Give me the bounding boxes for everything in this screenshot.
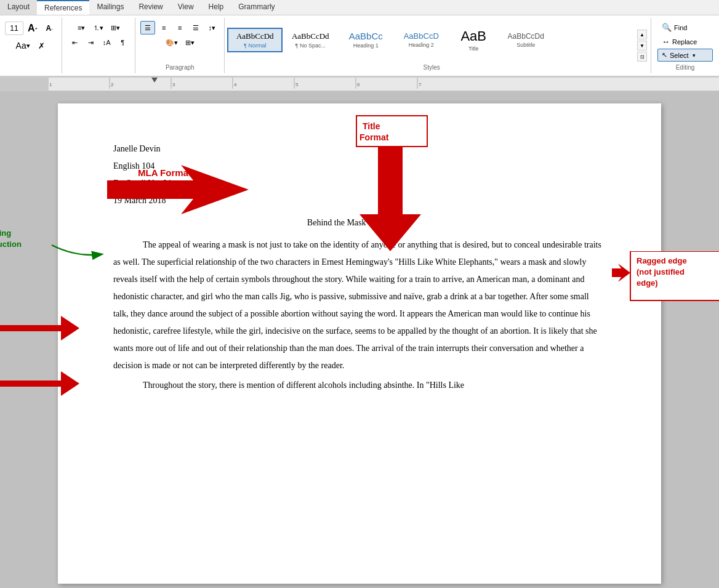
svg-text:Engaging: Engaging [0,228,11,238]
svg-text:6: 6 [357,82,360,87]
sort-btn[interactable]: ↕A [99,36,114,49]
svg-marker-30 [0,371,79,396]
body-paragraph-2[interactable]: Throughout the story, there is mention o… [113,377,606,394]
font-grow-btn[interactable]: A+ [25,21,41,36]
page: Janelle Devin English 104 Dr. Sandi Van … [58,103,661,584]
style-normal[interactable]: AaBbCcDd ¶ Normal [227,28,283,52]
style-title-name: Title [468,46,479,52]
font-group: 11 A+ A- Aa▾ ✗ [0,18,62,73]
indent-decrease-btn[interactable]: ⇤ [67,36,82,49]
svg-text:2: 2 [111,82,114,87]
ribbon: Layout References Mailings Review View H… [0,0,719,78]
borders-btn[interactable]: ⊞▾ [182,36,198,49]
styles-expand[interactable]: ⊡ [637,52,647,62]
author-line: Janelle Devin [113,140,606,158]
style-no-space-name: ¶ No Spac... [295,42,326,49]
svg-text:4: 4 [234,82,237,87]
clear-format-btn[interactable]: ✗ [34,39,49,52]
style-no-space-preview: AaBbCcDd [292,31,329,41]
find-btn[interactable]: 🔍 Find [657,20,713,34]
align-right-btn[interactable]: ≡ [172,21,187,34]
style-subtitle-preview: AaBbCcDd [508,32,544,41]
style-normal-name: ¶ Normal [244,42,266,49]
svg-marker-29 [0,316,79,340]
select-icon: ↖ [662,51,667,59]
svg-text:edge): edge) [637,278,658,288]
tab-review[interactable]: Review [131,0,170,15]
margins-annotation: 1-inch margins [0,313,79,424]
paragraph-label: Paragraph [166,62,195,71]
style-heading1-name: Heading 1 [353,42,379,49]
document-area: Janelle Devin English 104 Dr. Sandi Van … [0,91,719,588]
style-title[interactable]: AaB Title [449,25,498,55]
style-heading2[interactable]: AaBbCcD Heading 2 [393,28,449,51]
course-line: English 104 [113,158,606,175]
indent-increase-btn[interactable]: ⇥ [83,36,98,49]
ribbon-tabs: Layout References Mailings Review View H… [0,0,719,15]
show-marks-btn[interactable]: ¶ [115,36,130,49]
ragged-edge-annotation: Ragged edge (not justified edge) [612,251,719,325]
font-shrink-btn[interactable]: A- [42,22,57,35]
style-heading1[interactable]: AaBbCc Heading 1 [338,28,393,52]
tab-references[interactable]: References [37,0,89,15]
numbered-list-btn[interactable]: ⒈▾ [90,21,106,34]
shading-btn[interactable]: 🎨▾ [163,36,181,49]
body-paragraph-1[interactable]: The appeal of wearing a mask is not just… [113,236,606,374]
replace-btn[interactable]: ↔ Replace [657,34,713,49]
font-case-btn[interactable]: Aa▾ [13,39,33,52]
replace-label: Replace [672,38,697,46]
style-heading1-preview: AaBbCc [349,31,383,41]
svg-text:(not justified: (not justified [637,267,685,276]
ribbon-body: 11 A+ A- Aa▾ ✗ ≡▾ ⒈▾ ⊞▾ ⇤ ⇥ ↕A ¶ [0,15,719,77]
styles-scroll-down[interactable]: ▼ [637,41,647,50]
align-justify-btn[interactable]: ☰ [188,21,203,34]
tab-grammarly[interactable]: Grammarly [231,0,282,15]
line-spacing-btn[interactable]: ↕▾ [204,21,219,34]
style-title-preview: AaB [460,28,486,44]
bullet-list-btn[interactable]: ≡▾ [74,21,89,34]
essay-title: Behind the Mask of Seduction [113,214,606,232]
style-no-space[interactable]: AaBbCcDd ¶ No Spac... [283,28,338,52]
tab-view[interactable]: View [171,0,201,15]
multilevel-list-btn[interactable]: ⊞▾ [108,21,123,34]
style-subtitle-name: Subtitle [516,42,535,48]
find-label: Find [674,24,687,31]
find-icon: 🔍 [662,23,672,32]
style-heading2-preview: AaBbCcD [404,31,439,41]
svg-marker-26 [612,264,630,282]
style-subtitle[interactable]: AaBbCcDd Subtitle [498,29,553,51]
svg-text:Title: Title [363,121,380,131]
professor-line: Dr. Sandi Van Lieu [113,175,606,192]
svg-text:1: 1 [49,82,52,87]
tab-help[interactable]: Help [201,0,231,15]
style-normal-preview: AaBbCcDd [236,31,274,41]
font-size-box[interactable]: 11 [5,22,23,35]
alignment-group: ☰ ≡ ≡ ☰ ↕▾ 🎨▾ ⊞▾ Paragraph [135,18,225,73]
tab-mailings[interactable]: Mailings [89,0,131,15]
svg-text:7: 7 [419,82,422,87]
svg-text:Ragged edge: Ragged edge [637,256,687,265]
editing-group: 🔍 Find ↔ Replace ↖ Select ▾ Editing [651,18,719,73]
styles-scroll-up[interactable]: ▲ [637,30,647,39]
editing-label: Editing [676,62,695,71]
select-label: Select [670,52,689,59]
tab-layout[interactable]: Layout [0,0,37,15]
date-line: 19 March 2018 [113,192,606,209]
styles-label: Styles [424,62,440,71]
svg-rect-22 [630,251,719,300]
style-heading2-name: Heading 2 [409,42,434,48]
align-left-btn[interactable]: ☰ [140,21,155,34]
svg-text:Introduction: Introduction [0,240,22,249]
replace-icon: ↔ [662,37,670,46]
styles-group: AaBbCcDd ¶ Normal AaBbCcDd ¶ No Spac... … [225,18,651,73]
svg-text:3: 3 [172,82,175,87]
svg-text:5: 5 [295,82,299,87]
align-center-btn[interactable]: ≡ [156,21,171,34]
select-btn[interactable]: ↖ Select ▾ [657,49,713,62]
list-group: ≡▾ ⒈▾ ⊞▾ ⇤ ⇥ ↕A ¶ [62,18,135,73]
ruler: 1 2 3 4 5 6 7 [0,78,719,91]
